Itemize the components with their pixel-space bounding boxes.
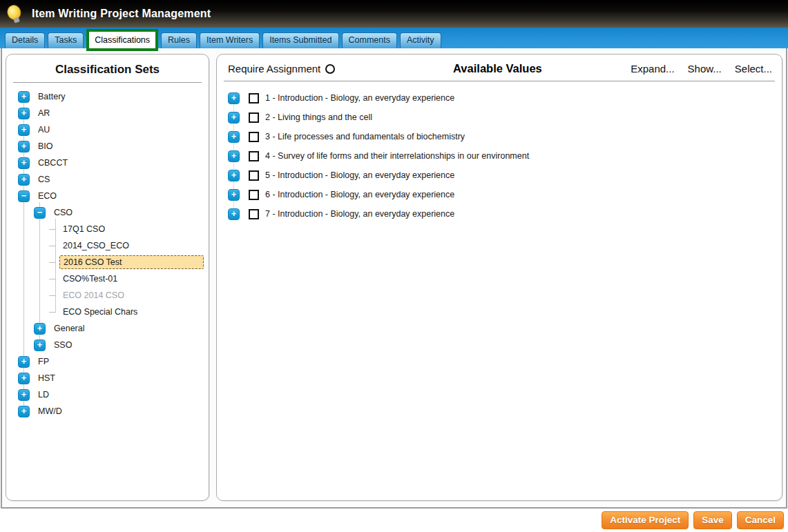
expand-icon[interactable]: + <box>18 389 30 401</box>
expand-icon[interactable]: + <box>18 356 30 368</box>
expand-icon[interactable]: + <box>228 170 240 181</box>
tab-comments[interactable]: Comments <box>342 32 397 48</box>
expand-menu[interactable]: Expand... <box>631 63 674 75</box>
collapse-icon[interactable]: − <box>18 190 30 202</box>
tree-item-eco[interactable]: −ECO <box>6 188 209 204</box>
expand-icon[interactable]: + <box>18 157 30 169</box>
tree-item-label[interactable]: 17Q1 CSO <box>59 223 108 235</box>
tree-item-label[interactable]: MW/D <box>35 405 66 417</box>
header-menus: Expand... Show... Select... <box>631 63 772 75</box>
tree-item-label[interactable]: AR <box>35 107 53 119</box>
tab-highlight-box: Classifications <box>86 29 158 51</box>
value-checkbox[interactable] <box>249 112 259 123</box>
expand-icon[interactable]: + <box>18 124 30 136</box>
tree-item-2016-cso-test[interactable]: 2016 CSO Test <box>6 254 209 270</box>
select-menu[interactable]: Select... <box>735 63 772 75</box>
expand-icon[interactable]: + <box>34 323 46 335</box>
require-assignment-radio[interactable] <box>325 64 335 74</box>
expand-icon[interactable]: + <box>228 189 240 201</box>
tree-item-battery[interactable]: +Battery <box>6 88 209 105</box>
tree-item-label[interactable]: CBCCT <box>35 157 71 169</box>
tree-item-label[interactable]: LD <box>35 388 52 401</box>
tree-item-label[interactable]: BIO <box>35 140 57 152</box>
cancel-button[interactable]: Cancel <box>737 511 784 529</box>
value-checkbox[interactable] <box>249 209 259 219</box>
expand-icon[interactable]: + <box>228 131 240 143</box>
tree-item-17q1-cso[interactable]: 17Q1 CSO <box>6 221 209 237</box>
tree-item-eco-2014-cso[interactable]: ECO 2014 CSO <box>6 287 209 304</box>
tree-item-cso-test-01[interactable]: CSO%Test-01 <box>6 270 209 287</box>
expand-icon[interactable]: + <box>228 150 240 162</box>
tree-item-label[interactable]: CSO%Test-01 <box>59 273 121 285</box>
tree-item-mwd[interactable]: +MW/D <box>6 403 209 420</box>
expand-icon[interactable]: + <box>18 108 30 119</box>
tree-item-cs[interactable]: +CS <box>6 171 209 188</box>
tree-item-label[interactable]: AU <box>35 124 53 136</box>
tree-item-label[interactable]: SSO <box>50 339 75 351</box>
expand-icon[interactable]: + <box>18 373 30 384</box>
expand-icon[interactable]: + <box>18 141 30 152</box>
tree-stub <box>49 246 56 246</box>
tab-rules[interactable]: Rules <box>161 32 197 48</box>
tree-item-label[interactable]: ECO Special Chars <box>59 306 141 318</box>
value-label: 2 - Living things and the cell <box>265 112 372 122</box>
footer-bar: Activate Project Save Cancel <box>0 509 788 532</box>
expand-icon[interactable]: + <box>228 92 240 104</box>
tree-item-cso[interactable]: −CSO <box>6 204 209 221</box>
collapse-icon[interactable]: − <box>34 207 46 219</box>
tree-item-hst[interactable]: +HST <box>6 370 209 386</box>
tree-item-bio[interactable]: +BIO <box>6 138 209 155</box>
tree-item-sso[interactable]: +SSO <box>6 337 209 353</box>
expand-icon[interactable]: + <box>18 174 30 186</box>
tree-item-eco-special-chars[interactable]: ECO Special Chars <box>6 304 209 320</box>
tree-item-label[interactable]: CS <box>35 173 53 186</box>
value-checkbox[interactable] <box>249 151 259 161</box>
tree-item-ar[interactable]: +AR <box>6 105 209 121</box>
show-menu[interactable]: Show... <box>688 63 722 75</box>
value-label: 4 - Survey of life forms and their inter… <box>265 151 529 161</box>
expand-icon[interactable]: + <box>34 339 46 351</box>
tree-item-cbcct[interactable]: +CBCCT <box>6 155 209 171</box>
tab-bar: Details Tasks Classifications Rules Item… <box>0 28 788 48</box>
tree-item-label[interactable]: General <box>50 322 88 335</box>
tree-item-label[interactable]: 2014_CSO_ECO <box>59 239 133 252</box>
tree-item-label[interactable]: HST <box>35 372 59 384</box>
expand-icon[interactable]: + <box>228 112 240 124</box>
tree-item-label[interactable]: ECO <box>35 190 60 202</box>
expand-icon[interactable]: + <box>228 208 240 220</box>
available-values-list: +1 - Introduction - Biology, an everyday… <box>228 88 782 224</box>
tree-item-general[interactable]: +General <box>6 320 209 337</box>
lightbulb-icon <box>3 1 29 27</box>
value-checkbox[interactable] <box>249 93 259 104</box>
tree-stub <box>49 279 56 279</box>
expand-icon[interactable]: + <box>18 91 30 103</box>
tab-item-writers[interactable]: Item Writers <box>200 32 260 48</box>
value-checkbox[interactable] <box>249 190 259 200</box>
tree-item-2014-cso-eco[interactable]: 2014_CSO_ECO <box>6 237 209 254</box>
divider <box>224 81 775 81</box>
value-label: 5 - Introduction - Biology, an everyday … <box>265 170 454 180</box>
value-checkbox[interactable] <box>249 170 259 181</box>
tree-item-fp[interactable]: +FP <box>6 353 209 370</box>
value-checkbox[interactable] <box>249 132 259 142</box>
require-assignment-group: Require Assignment <box>228 63 335 75</box>
tab-items-submitted[interactable]: Items Submitted <box>262 32 338 48</box>
main-content: Classification Sets +Battery +AR +AU +BI… <box>1 48 787 509</box>
tab-classifications[interactable]: Classifications <box>89 32 155 48</box>
tree-item-au[interactable]: +AU <box>6 121 209 138</box>
tree-item-label[interactable]: Battery <box>35 90 69 103</box>
tab-activity[interactable]: Activity <box>400 32 441 48</box>
value-label: 7 - Introduction - Biology, an everyday … <box>265 209 454 219</box>
tree-item-label[interactable]: CSO <box>50 206 76 219</box>
value-row-4: +4 - Survey of life forms and their inte… <box>228 146 782 166</box>
tree-item-ld[interactable]: +LD <box>6 386 209 403</box>
activate-project-button[interactable]: Activate Project <box>602 511 689 529</box>
tree-item-label-selected[interactable]: 2016 CSO Test <box>59 255 204 269</box>
tab-details[interactable]: Details <box>5 32 45 48</box>
tab-tasks[interactable]: Tasks <box>48 32 84 48</box>
expand-icon[interactable]: + <box>18 406 30 417</box>
classification-tree: +Battery +AR +AU +BIO +CBCCT +CS −ECO −C… <box>6 88 209 420</box>
save-button[interactable]: Save <box>693 511 732 529</box>
available-values-header: Require Assignment Available Values Expa… <box>217 55 782 81</box>
tree-item-label[interactable]: FP <box>35 355 52 368</box>
